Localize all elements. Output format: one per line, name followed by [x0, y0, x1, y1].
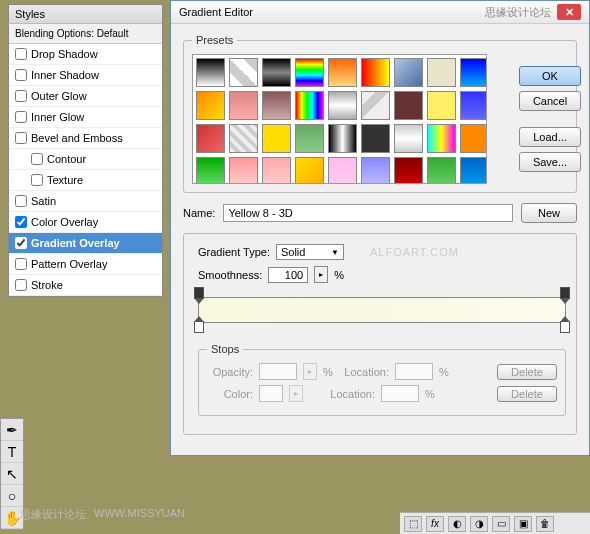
gradient-bar-area[interactable] — [198, 297, 566, 323]
preset-swatch[interactable] — [427, 157, 456, 184]
style-item-outer-glow[interactable]: Outer Glow — [9, 86, 162, 107]
style-checkbox[interactable] — [15, 258, 27, 270]
preset-swatch[interactable] — [295, 91, 324, 120]
preset-swatch[interactable] — [262, 124, 291, 153]
style-checkbox[interactable] — [15, 279, 27, 291]
style-item-drop-shadow[interactable]: Drop Shadow — [9, 44, 162, 65]
style-item-contour[interactable]: Contour — [9, 149, 162, 170]
style-item-bevel-and-emboss[interactable]: Bevel and Emboss — [9, 128, 162, 149]
gradient-editor-titlebar[interactable]: Gradient Editor 思缘设计论坛 ✕ — [171, 1, 589, 24]
style-item-color-overlay[interactable]: Color Overlay — [9, 212, 162, 233]
smoothness-input[interactable]: 100 — [268, 267, 308, 283]
style-checkbox[interactable] — [15, 90, 27, 102]
style-label: Satin — [31, 195, 56, 207]
style-checkbox[interactable] — [15, 216, 27, 228]
gradient-settings-fieldset: Gradient Type: Solid ▼ ALFOART.COM Smoot… — [183, 233, 577, 435]
preset-swatch[interactable] — [229, 124, 258, 153]
preset-swatch[interactable] — [229, 58, 258, 87]
preset-swatch[interactable] — [328, 91, 357, 120]
path-tool-icon[interactable]: ↖ — [1, 463, 23, 485]
preset-swatch[interactable] — [196, 124, 225, 153]
preset-swatch[interactable] — [229, 157, 258, 184]
style-item-gradient-overlay[interactable]: Gradient Overlay — [9, 233, 162, 254]
opacity-stop-right[interactable] — [560, 287, 570, 299]
preset-swatch[interactable] — [394, 58, 423, 87]
preset-swatch[interactable] — [427, 91, 456, 120]
style-checkbox[interactable] — [15, 69, 27, 81]
type-tool-icon[interactable]: T — [1, 441, 23, 463]
pen-tool-icon[interactable]: ✒ — [1, 419, 23, 441]
styles-panel: Styles Blending Options: Default Drop Sh… — [8, 4, 163, 297]
link-icon[interactable]: ⬚ — [404, 516, 422, 532]
style-label: Drop Shadow — [31, 48, 98, 60]
preset-swatch[interactable] — [196, 157, 225, 184]
preset-swatch[interactable] — [427, 58, 456, 87]
color-stop-left[interactable] — [194, 321, 204, 333]
name-input[interactable] — [223, 204, 513, 222]
style-checkbox[interactable] — [15, 48, 27, 60]
preset-swatch[interactable] — [328, 157, 357, 184]
preset-swatch[interactable] — [295, 124, 324, 153]
preset-swatch[interactable] — [229, 91, 258, 120]
close-icon[interactable]: ✕ — [557, 4, 581, 20]
preset-swatch[interactable] — [295, 58, 324, 87]
load-button[interactable]: Load... — [519, 127, 581, 147]
preset-swatch[interactable] — [460, 124, 487, 153]
presets-grid[interactable] — [192, 54, 487, 184]
color-swatch — [259, 385, 283, 402]
location-label-1: Location: — [343, 366, 389, 378]
folder-icon[interactable]: ▭ — [492, 516, 510, 532]
preset-swatch[interactable] — [394, 124, 423, 153]
preset-swatch[interactable] — [196, 91, 225, 120]
ok-button[interactable]: OK — [519, 66, 581, 86]
style-checkbox[interactable] — [15, 237, 27, 249]
preset-swatch[interactable] — [262, 157, 291, 184]
adjust-icon[interactable]: ◑ — [470, 516, 488, 532]
shape-tool-icon[interactable]: ○ — [1, 485, 23, 507]
preset-swatch[interactable] — [361, 91, 390, 120]
preset-swatch[interactable] — [295, 157, 324, 184]
gradient-bar[interactable] — [198, 297, 566, 323]
gradient-type-select[interactable]: Solid ▼ — [276, 244, 344, 260]
preset-swatch[interactable] — [262, 58, 291, 87]
style-item-inner-glow[interactable]: Inner Glow — [9, 107, 162, 128]
color-stop-right[interactable] — [560, 321, 570, 333]
presets-legend: Presets — [192, 34, 237, 46]
trash-icon[interactable]: 🗑 — [536, 516, 554, 532]
style-checkbox[interactable] — [31, 153, 43, 165]
preset-swatch[interactable] — [328, 124, 357, 153]
preset-swatch[interactable] — [262, 91, 291, 120]
preset-swatch[interactable] — [460, 157, 487, 184]
new-button[interactable]: New — [521, 203, 577, 223]
preset-swatch[interactable] — [427, 124, 456, 153]
new-layer-icon[interactable]: ▣ — [514, 516, 532, 532]
style-item-stroke[interactable]: Stroke — [9, 275, 162, 296]
smoothness-stepper[interactable]: ▸ — [314, 266, 328, 283]
style-item-inner-shadow[interactable]: Inner Shadow — [9, 65, 162, 86]
preset-swatch[interactable] — [460, 91, 487, 120]
style-item-texture[interactable]: Texture — [9, 170, 162, 191]
preset-swatch[interactable] — [361, 124, 390, 153]
preset-swatch[interactable] — [361, 58, 390, 87]
chevron-down-icon: ▼ — [331, 248, 339, 257]
preset-swatch[interactable] — [394, 91, 423, 120]
blending-options-header[interactable]: Blending Options: Default — [9, 24, 162, 44]
preset-swatch[interactable] — [328, 58, 357, 87]
cancel-button[interactable]: Cancel — [519, 91, 581, 111]
style-label: Pattern Overlay — [31, 258, 107, 270]
style-checkbox[interactable] — [15, 111, 27, 123]
style-checkbox[interactable] — [15, 195, 27, 207]
style-checkbox[interactable] — [15, 132, 27, 144]
save-button[interactable]: Save... — [519, 152, 581, 172]
preset-swatch[interactable] — [196, 58, 225, 87]
preset-swatch[interactable] — [460, 58, 487, 87]
preset-swatch[interactable] — [394, 157, 423, 184]
style-item-pattern-overlay[interactable]: Pattern Overlay — [9, 254, 162, 275]
mask-icon[interactable]: ◐ — [448, 516, 466, 532]
style-item-satin[interactable]: Satin — [9, 191, 162, 212]
preset-swatch[interactable] — [361, 157, 390, 184]
opacity-stop-left[interactable] — [194, 287, 204, 299]
fx-icon[interactable]: fx — [426, 516, 444, 532]
style-checkbox[interactable] — [31, 174, 43, 186]
gradient-editor-window: Gradient Editor 思缘设计论坛 ✕ Presets OK Canc… — [170, 0, 590, 456]
